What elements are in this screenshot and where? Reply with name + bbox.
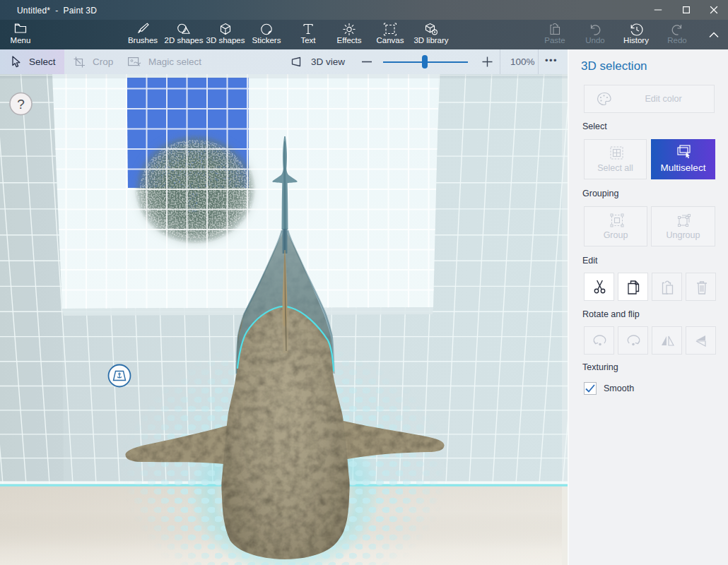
svg-text:?: ? — [17, 97, 25, 112]
